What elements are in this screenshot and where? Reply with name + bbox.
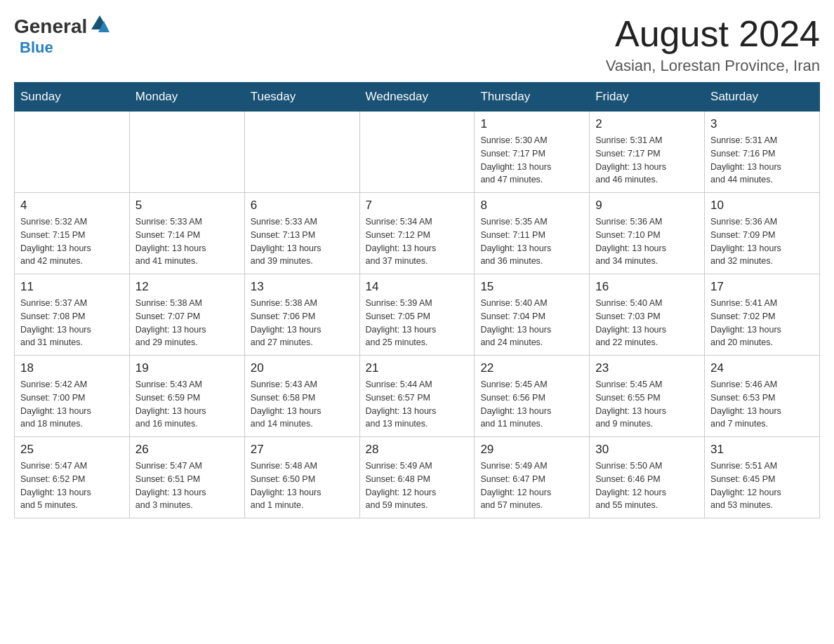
calendar-cell-5: 5Sunrise: 5:33 AMSunset: 7:14 PMDaylight… [129, 193, 244, 274]
day-number: 8 [480, 199, 583, 213]
day-info: Sunrise: 5:45 AMSunset: 6:56 PMDaylight:… [480, 378, 583, 431]
day-info: Sunrise: 5:36 AMSunset: 7:09 PMDaylight:… [710, 215, 814, 268]
calendar-cell-21: 21Sunrise: 5:44 AMSunset: 6:57 PMDayligh… [359, 356, 475, 437]
header-wednesday: Wednesday [359, 83, 475, 112]
day-info: Sunrise: 5:33 AMSunset: 7:14 PMDaylight:… [135, 215, 239, 268]
day-info: Sunrise: 5:40 AMSunset: 7:03 PMDaylight:… [595, 297, 699, 349]
week-row-3: 11Sunrise: 5:37 AMSunset: 7:08 PMDayligh… [15, 274, 820, 356]
day-number: 30 [595, 443, 699, 457]
day-number: 18 [20, 361, 124, 375]
day-number: 19 [135, 361, 239, 375]
day-info: Sunrise: 5:42 AMSunset: 7:00 PMDaylight:… [20, 378, 124, 431]
day-number: 28 [366, 443, 469, 457]
header-thursday: Thursday [475, 83, 590, 112]
day-number: 16 [595, 280, 699, 294]
calendar-cell-empty [244, 112, 359, 193]
header: General Blue August 2024 Vasian, Loresta… [14, 14, 820, 75]
header-friday: Friday [590, 83, 705, 112]
day-number: 20 [251, 361, 354, 375]
day-number: 24 [710, 361, 814, 375]
calendar-cell-22: 22Sunrise: 5:45 AMSunset: 6:56 PMDayligh… [475, 356, 590, 437]
calendar-cell-2: 2Sunrise: 5:31 AMSunset: 7:17 PMDaylight… [590, 112, 705, 193]
week-row-5: 25Sunrise: 5:47 AMSunset: 6:52 PMDayligh… [15, 437, 820, 518]
day-number: 14 [366, 280, 469, 294]
day-info: Sunrise: 5:37 AMSunset: 7:08 PMDaylight:… [20, 297, 124, 349]
day-number: 13 [251, 280, 354, 294]
day-info: Sunrise: 5:49 AMSunset: 6:48 PMDaylight:… [366, 459, 469, 512]
day-info: Sunrise: 5:38 AMSunset: 7:06 PMDaylight:… [251, 297, 354, 349]
day-number: 5 [135, 199, 239, 213]
day-number: 11 [20, 280, 124, 294]
calendar-cell-28: 28Sunrise: 5:49 AMSunset: 6:48 PMDayligh… [359, 437, 475, 518]
calendar-cell-14: 14Sunrise: 5:39 AMSunset: 7:05 PMDayligh… [359, 274, 475, 356]
calendar-cell-20: 20Sunrise: 5:43 AMSunset: 6:58 PMDayligh… [244, 356, 359, 437]
logo-general-text: General [14, 15, 87, 38]
day-info: Sunrise: 5:31 AMSunset: 7:16 PMDaylight:… [710, 134, 814, 187]
calendar-cell-25: 25Sunrise: 5:47 AMSunset: 6:52 PMDayligh… [15, 437, 130, 518]
calendar-cell-12: 12Sunrise: 5:38 AMSunset: 7:07 PMDayligh… [129, 274, 244, 356]
day-info: Sunrise: 5:43 AMSunset: 6:59 PMDaylight:… [135, 378, 239, 431]
day-number: 4 [20, 199, 124, 213]
day-info: Sunrise: 5:32 AMSunset: 7:15 PMDaylight:… [20, 215, 124, 268]
day-number: 31 [710, 443, 814, 457]
calendar-cell-empty [359, 112, 475, 193]
location-title: Vasian, Lorestan Province, Iran [606, 57, 820, 75]
week-row-2: 4Sunrise: 5:32 AMSunset: 7:15 PMDaylight… [15, 193, 820, 274]
calendar-cell-30: 30Sunrise: 5:50 AMSunset: 6:46 PMDayligh… [590, 437, 705, 518]
logo-icon [90, 14, 110, 34]
calendar-cell-10: 10Sunrise: 5:36 AMSunset: 7:09 PMDayligh… [705, 193, 820, 274]
calendar-table: SundayMondayTuesdayWednesdayThursdayFrid… [14, 82, 820, 518]
day-info: Sunrise: 5:31 AMSunset: 7:17 PMDaylight:… [595, 134, 699, 187]
day-info: Sunrise: 5:50 AMSunset: 6:46 PMDaylight:… [595, 459, 699, 512]
day-info: Sunrise: 5:47 AMSunset: 6:51 PMDaylight:… [135, 459, 239, 512]
calendar-cell-1: 1Sunrise: 5:30 AMSunset: 7:17 PMDaylight… [475, 112, 590, 193]
calendar-cell-31: 31Sunrise: 5:51 AMSunset: 6:45 PMDayligh… [705, 437, 820, 518]
header-tuesday: Tuesday [244, 83, 359, 112]
day-info: Sunrise: 5:41 AMSunset: 7:02 PMDaylight:… [710, 297, 814, 349]
logo-area: General Blue [14, 14, 110, 57]
day-info: Sunrise: 5:46 AMSunset: 6:53 PMDaylight:… [710, 378, 814, 431]
day-info: Sunrise: 5:39 AMSunset: 7:05 PMDaylight:… [366, 297, 469, 349]
day-info: Sunrise: 5:34 AMSunset: 7:12 PMDaylight:… [366, 215, 469, 268]
day-info: Sunrise: 5:47 AMSunset: 6:52 PMDaylight:… [20, 459, 124, 512]
calendar-cell-26: 26Sunrise: 5:47 AMSunset: 6:51 PMDayligh… [129, 437, 244, 518]
calendar-cell-7: 7Sunrise: 5:34 AMSunset: 7:12 PMDaylight… [359, 193, 475, 274]
calendar-cell-16: 16Sunrise: 5:40 AMSunset: 7:03 PMDayligh… [590, 274, 705, 356]
day-number: 7 [366, 199, 469, 213]
day-number: 23 [595, 361, 699, 375]
day-info: Sunrise: 5:38 AMSunset: 7:07 PMDaylight:… [135, 297, 239, 349]
day-info: Sunrise: 5:43 AMSunset: 6:58 PMDaylight:… [251, 378, 354, 431]
calendar-cell-11: 11Sunrise: 5:37 AMSunset: 7:08 PMDayligh… [15, 274, 130, 356]
calendar-cell-18: 18Sunrise: 5:42 AMSunset: 7:00 PMDayligh… [15, 356, 130, 437]
day-info: Sunrise: 5:40 AMSunset: 7:04 PMDaylight:… [480, 297, 583, 349]
calendar-cell-6: 6Sunrise: 5:33 AMSunset: 7:13 PMDaylight… [244, 193, 359, 274]
day-number: 9 [595, 199, 699, 213]
calendar-cell-15: 15Sunrise: 5:40 AMSunset: 7:04 PMDayligh… [475, 274, 590, 356]
day-info: Sunrise: 5:48 AMSunset: 6:50 PMDaylight:… [251, 459, 354, 512]
calendar-cell-24: 24Sunrise: 5:46 AMSunset: 6:53 PMDayligh… [705, 356, 820, 437]
calendar-cell-empty [129, 112, 244, 193]
day-info: Sunrise: 5:49 AMSunset: 6:47 PMDaylight:… [480, 459, 583, 512]
calendar-cell-empty [15, 112, 130, 193]
logo-blue-text: Blue [20, 39, 53, 57]
day-number: 6 [251, 199, 354, 213]
day-info: Sunrise: 5:44 AMSunset: 6:57 PMDaylight:… [366, 378, 469, 431]
day-info: Sunrise: 5:30 AMSunset: 7:17 PMDaylight:… [480, 134, 583, 187]
day-number: 25 [20, 443, 124, 457]
day-number: 3 [710, 117, 814, 131]
day-number: 1 [480, 117, 583, 131]
day-info: Sunrise: 5:45 AMSunset: 6:55 PMDaylight:… [595, 378, 699, 431]
calendar-cell-23: 23Sunrise: 5:45 AMSunset: 6:55 PMDayligh… [590, 356, 705, 437]
calendar-header-row: SundayMondayTuesdayWednesdayThursdayFrid… [15, 83, 820, 112]
day-number: 2 [595, 117, 699, 131]
day-info: Sunrise: 5:36 AMSunset: 7:10 PMDaylight:… [595, 215, 699, 268]
day-number: 10 [710, 199, 814, 213]
header-sunday: Sunday [15, 83, 130, 112]
calendar-cell-3: 3Sunrise: 5:31 AMSunset: 7:16 PMDaylight… [705, 112, 820, 193]
title-area: August 2024 Vasian, Lorestan Province, I… [606, 14, 820, 75]
day-number: 26 [135, 443, 239, 457]
week-row-1: 1Sunrise: 5:30 AMSunset: 7:17 PMDaylight… [15, 112, 820, 193]
calendar-cell-29: 29Sunrise: 5:49 AMSunset: 6:47 PMDayligh… [475, 437, 590, 518]
day-number: 12 [135, 280, 239, 294]
day-info: Sunrise: 5:35 AMSunset: 7:11 PMDaylight:… [480, 215, 583, 268]
